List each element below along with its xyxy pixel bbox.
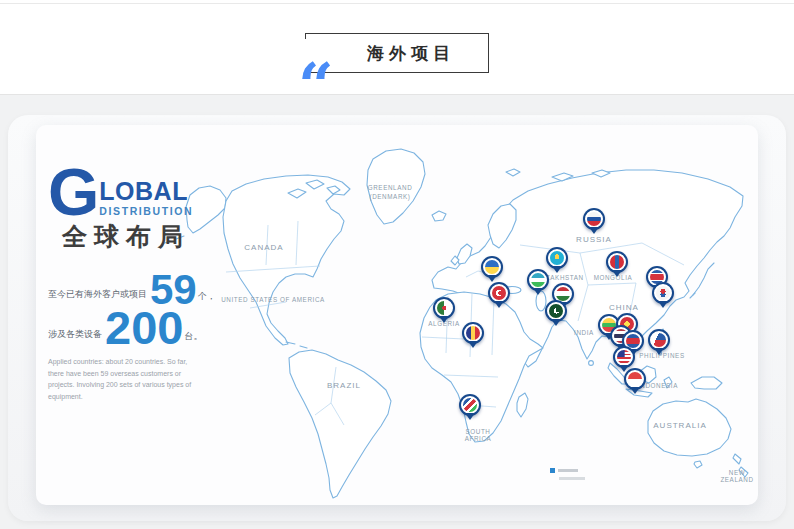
map-label-india: INDIA [574,329,594,336]
philippines-flag-icon [650,331,668,349]
map-label-australia: AUSTRALIA [653,421,706,430]
map-legend [550,468,585,484]
kazakhstan-flag-icon [548,249,566,267]
map-label-africa: AFRICA [465,435,492,442]
logo-lobal: LOBAL [99,179,193,204]
map-pin-malaysia [613,346,635,368]
map-panel: GREENLAND(DENMARK)CANADAUNITED STATES OF… [36,125,758,505]
ukraine-flag-icon [483,258,501,276]
stat-1-suffix: 个， [198,290,216,303]
map-pin-kazakhstan [546,247,568,269]
map-label-canada: CANADA [244,243,283,252]
map-label-greenland: GREENLAND [368,184,413,191]
map-pin-uzbekistan [527,269,549,291]
map-pin-chad [462,322,484,344]
turkey-flag-icon [490,284,508,302]
map-label-united-states-of-america: UNITED STATES OF AMERICA [221,296,325,303]
logo: G LOBAL DISTRIBUTION 全球布局 [48,165,193,253]
map-pin-mongolia [606,251,628,273]
map-label-south: SOUTH [465,428,490,435]
pakistan-flag-icon [547,302,565,320]
section-title-box: “ 海外项目 [305,33,489,73]
section-title: 海外项目 [339,42,455,65]
map-pin-ukraine [481,256,503,278]
stat-1-label: 至今已有海外客户或项目 [48,288,147,301]
russia-flag-icon [585,210,603,228]
map-pin-pakistan [545,300,567,322]
chad-flag-icon [464,324,482,342]
map-pin-algeria [433,297,455,319]
map-label-brazil: BRAZIL [327,381,361,390]
map-pin-turkey [488,282,510,304]
legend-bar [558,469,578,472]
logo-g: G [48,165,97,219]
map-pin-south-korea [652,282,674,304]
map-card: GREENLAND(DENMARK)CANADAUNITED STATES OF… [8,115,786,521]
malaysia-flag-icon [615,348,633,366]
map-pin-russia [583,208,605,230]
legend-bar [559,477,585,480]
map-label-new: NEW [729,469,746,476]
stat-2-label: 涉及各类设备 [48,328,102,341]
map-pin-philippines [648,329,670,351]
legend-chip-icon [550,468,555,473]
stat-2-suffix: 台。 [184,330,202,343]
south-korea-flag-icon [654,284,672,302]
logo-distribution: DISTRIBUTION [99,205,193,217]
page-header: “ 海外项目 [0,4,794,95]
namibia-flag-icon [461,396,479,414]
logo-chinese: 全球布局 [62,220,193,253]
stat-2-value: 200 [105,308,183,348]
content-area: GREENLAND(DENMARK)CANADAUNITED STATES OF… [0,95,794,529]
indonesia-flag-icon [626,370,644,388]
uzbekistan-flag-icon [529,271,547,289]
stat-line-2: 涉及各类设备 200 台。 [48,308,220,348]
map-pin-indonesia [624,368,646,390]
mongolia-flag-icon [608,253,626,271]
stats-block: 至今已有海外客户或项目 59 个， 涉及各类设备 200 台。 Applied … [48,272,220,403]
map-label-zealand: ZEALAND [720,476,753,483]
map-pin-namibia [459,394,481,416]
stats-description: Applied countries: about 20 countries. S… [48,356,200,404]
map-label-china: CHINA [609,303,639,312]
map-label--denmark-: (DENMARK) [369,193,410,200]
algeria-flag-icon [435,299,453,317]
